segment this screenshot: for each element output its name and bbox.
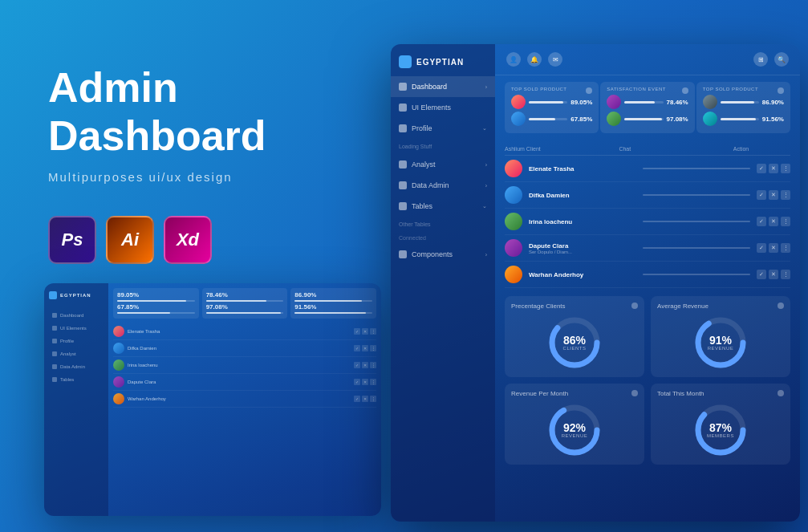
small-table-row: Irina loachenu ✓ ✕ ⋮ — [113, 357, 376, 374]
sidebar-label: Analyst — [412, 160, 436, 169]
small-stat-3: 86.90% 91.56% — [290, 288, 376, 319]
close-action[interactable]: ✕ — [769, 270, 778, 279]
sidebar-item-profile[interactable]: Profile ⌄ — [391, 118, 495, 139]
more-action[interactable]: ⋮ — [781, 217, 790, 226]
charts-section: Precentage Clients 86% CLIENTS Aver — [495, 291, 800, 469]
chevron-right-icon: › — [485, 162, 487, 168]
chart-title: Precentage Clients — [511, 303, 566, 310]
small-dashboard-mockup: EGYPTIAN Dashboard UI Elements Profile A… — [44, 283, 381, 516]
small-actions: ✓ ✕ ⋮ — [354, 328, 376, 335]
table-header: Ashlium Client Chat Action — [505, 143, 790, 156]
small-logo: EGYPTIAN — [49, 291, 104, 299]
table-row: Irina loachenu ✓ ✕ ⋮ — [505, 209, 790, 235]
small-logo-text: EGYPTIAN — [60, 293, 91, 298]
chevron-right-icon: › — [485, 84, 487, 90]
stat-box-1: TOP SOLD PRODUCT 89.05% 67.85% — [505, 82, 599, 133]
avatar — [505, 266, 522, 283]
close-action[interactable]: ✕ — [769, 217, 778, 226]
close-action[interactable]: ✕ — [769, 164, 778, 173]
check-action[interactable]: ✓ — [757, 217, 766, 226]
donut-chart: 92% REVENUE — [511, 402, 638, 458]
sidebar-label: Profile — [412, 124, 432, 132]
sidebar-section-label: Loading Stuff — [391, 139, 495, 154]
small-sidebar: EGYPTIAN Dashboard UI Elements Profile A… — [44, 283, 108, 516]
small-sidebar-item-ui: UI Elements — [49, 322, 104, 335]
donut-chart: 91% REVENUE — [657, 315, 784, 371]
chevron-down-icon: ⌄ — [482, 203, 487, 209]
donut-chart: 86% CLIENTS — [511, 315, 638, 371]
gear-icon — [631, 303, 638, 309]
small-table-row: Warhan Anderhoy ✓ ✕ ⋮ — [113, 391, 376, 408]
small-avatar — [113, 393, 124, 404]
photoshop-icon: Ps — [48, 216, 96, 264]
search-icon[interactable]: 🔍 — [774, 52, 789, 67]
chart-title: Revenue Per Month — [511, 390, 568, 397]
small-sidebar-item-data: Data Admin — [49, 360, 104, 373]
sidebar-section-label-2: Other Tables — [391, 217, 495, 232]
check-action[interactable]: ✓ — [757, 190, 766, 200]
sidebar-logo: EGYPTIAN — [391, 44, 495, 76]
close-action[interactable]: ✕ — [769, 243, 778, 253]
grid-icon[interactable]: ⊞ — [753, 52, 768, 67]
top-stats-row: TOP SOLD PRODUCT 89.05% 67.85% — [495, 75, 800, 140]
client-info: Elenate Trasha — [529, 165, 636, 173]
sidebar-item-dashboard[interactable]: Dashboard › — [391, 76, 495, 97]
small-logo-icon — [49, 291, 57, 299]
check-action[interactable]: ✓ — [757, 164, 766, 173]
check-action[interactable]: ✓ — [757, 270, 766, 279]
avatar — [511, 95, 526, 109]
mail-icon: ✉ — [548, 52, 562, 67]
client-info: Irina loachenu — [529, 218, 636, 225]
small-stats-row: 89.05% 67.85% 78.46% 97.08% 86.90% 91.56… — [113, 288, 376, 319]
sidebar-item-analyst[interactable]: Analyst › — [391, 154, 495, 175]
chat-bar — [643, 168, 750, 169]
row-actions: ✓ ✕ ⋮ — [757, 270, 790, 279]
client-info: Warhan Anderhoy — [529, 271, 636, 278]
gear-icon — [631, 390, 638, 396]
sidebar-item-tables[interactable]: Tables ⌄ — [391, 196, 495, 217]
gear-icon — [586, 87, 592, 94]
small-sidebar-item-dashboard: Dashboard — [49, 309, 104, 322]
chevron-down-icon: ⌄ — [482, 125, 487, 132]
avatar — [505, 186, 522, 204]
small-sidebar-item-tables: Tables — [49, 373, 104, 386]
large-sidebar: EGYPTIAN Dashboard › UI Elements Profile… — [391, 44, 495, 522]
small-actions: ✓ ✕ ⋮ — [354, 345, 376, 351]
sidebar-label: Data Admin — [412, 181, 449, 189]
clients-table: Ashlium Client Chat Action Elenate Trash… — [495, 140, 800, 291]
col-header-client: Ashlium Client — [505, 146, 619, 152]
small-avatar — [113, 376, 124, 388]
chart-average-revenue: Average Revenue 91% REVENUE — [651, 296, 790, 377]
chevron-right-icon: › — [485, 183, 487, 189]
small-avatar — [113, 343, 124, 354]
more-action[interactable]: ⋮ — [781, 164, 790, 173]
more-action[interactable]: ⋮ — [781, 270, 790, 279]
small-table-row: Elenate Trasha ✓ ✕ ⋮ — [113, 323, 376, 340]
large-dashboard-mockup: EGYPTIAN Dashboard › UI Elements Profile… — [391, 44, 800, 522]
sidebar-item-components[interactable]: Components › — [391, 244, 495, 265]
check-action[interactable]: ✓ — [757, 243, 766, 253]
sidebar-item-ui[interactable]: UI Elements — [391, 97, 495, 118]
stat-box-2: SATISFACTION EVENT 78.46% 97.08% — [600, 82, 694, 133]
chevron-right-icon: › — [485, 252, 487, 258]
avatar — [703, 95, 717, 109]
more-action[interactable]: ⋮ — [781, 243, 790, 253]
chart-value: 86% — [563, 335, 587, 346]
chat-bar — [643, 221, 750, 222]
data-admin-icon — [399, 181, 407, 189]
left-section: Admin Dashboard Multipurposes ui/ux desi… — [48, 64, 353, 264]
chart-value: 92% — [562, 422, 588, 433]
sidebar-item-data-admin[interactable]: Data Admin › — [391, 175, 495, 196]
title-text: Admin Dashboard — [48, 64, 266, 159]
chart-revenue-per-month: Revenue Per Month 92% REVENUE — [505, 384, 644, 465]
avatar — [607, 95, 621, 109]
small-avatar — [113, 359, 124, 371]
more-action[interactable]: ⋮ — [781, 190, 790, 200]
sidebar-label: Tables — [412, 202, 432, 210]
avatar — [505, 160, 522, 177]
chart-title: Average Revenue — [657, 303, 709, 310]
chart-total-this-month: Total This Month 87% MEMBERS — [651, 384, 790, 465]
close-action[interactable]: ✕ — [769, 190, 778, 200]
main-content-area: 👤 🔔 ✉ ⊞ 🔍 TOP SOLD PRODUCT 89.05% — [495, 44, 800, 522]
page-subtitle: Multipurposes ui/ux design — [48, 170, 353, 184]
